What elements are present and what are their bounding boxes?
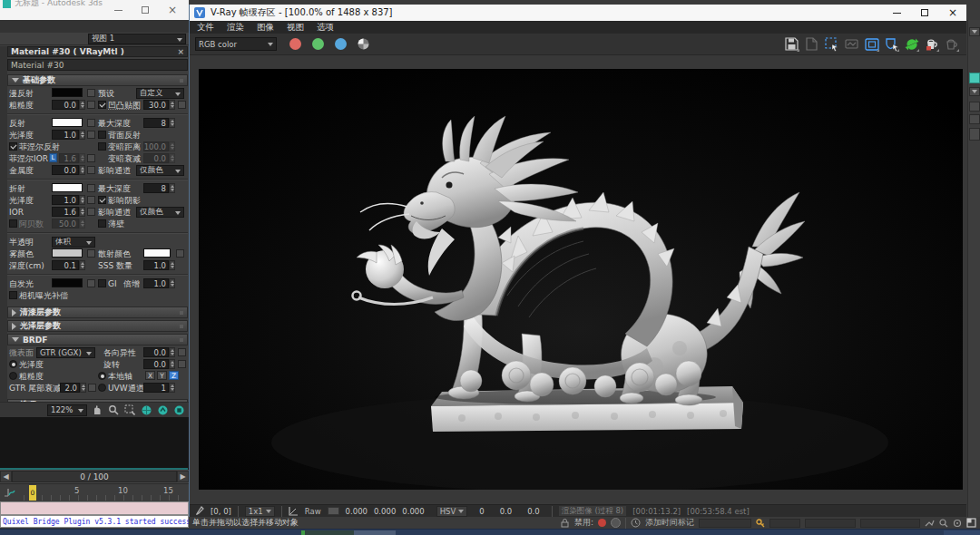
map-slot-button[interactable] [88,384,96,392]
affect-channels-dropdown[interactable]: 仅颜色 [136,207,184,218]
show-grid-icon[interactable] [140,404,152,416]
proportion-guides-icon[interactable] [864,36,879,52]
object-color-swatch[interactable] [969,73,980,83]
map-slot-button[interactable] [87,154,95,162]
material-name-field[interactable]: Material #30 [7,59,188,71]
ipr-debug-shade-icon[interactable] [884,36,899,52]
spinner[interactable] [80,383,86,393]
save-image-icon[interactable] [784,36,799,52]
diffuse-color-swatch[interactable] [52,88,83,97]
spinner[interactable] [169,359,175,369]
fresnel-checkbox[interactable] [9,142,17,151]
map-slot-button[interactable] [176,249,184,258]
time-tag-icon[interactable] [631,518,641,528]
roughness-field[interactable]: 0.0 [52,100,79,110]
spinner[interactable] [79,207,85,217]
axis-x-button[interactable]: X [145,371,155,380]
spinner[interactable] [169,383,175,393]
taskbar-app-hover[interactable] [354,530,396,535]
region-render-icon[interactable] [824,36,839,52]
spinner[interactable] [169,260,175,270]
spinner[interactable] [169,183,175,193]
map-slot-button[interactable] [178,101,186,109]
anisotropy-field[interactable]: 0.0 [143,347,169,357]
spinner[interactable] [169,141,175,151]
fresnel-ior-lock-button[interactable]: L [49,153,57,162]
vfb-titlebar[interactable]: V-Ray 帧缓存区 - [100.0% of 1488 x 837] × [190,5,966,21]
taskbar-tray[interactable] [944,530,980,535]
maximize-button[interactable] [134,3,156,17]
rotation-field[interactable]: 0.0 [143,359,169,369]
time-slider-frame[interactable]: 0 / 100 [12,471,177,482]
record-dot-icon[interactable] [598,519,606,527]
map-slot-button[interactable] [87,119,95,127]
interactive-render-icon[interactable] [904,36,919,52]
mini-curve-editor-icon[interactable] [4,487,18,500]
glossiness-field[interactable]: 1.0 [52,130,79,140]
maxscript-listener-macro-line[interactable] [0,501,189,515]
scatter-color-swatch[interactable] [143,248,171,258]
microfacet-dropdown[interactable]: GTR (GGX) [36,347,95,358]
zoom-level-dropdown[interactable]: 122% [47,404,87,416]
zoom-region-icon[interactable] [123,404,136,416]
track-bar[interactable]: 5 10 15 0 [0,483,189,501]
pixel-ratio-dropdown[interactable]: 1x1 [245,506,275,517]
refr-glossiness-field[interactable]: 1.0 [52,195,79,205]
view-tab-dropdown[interactable]: 视图 1 [88,34,186,44]
gtr-tail-field[interactable]: 2.0 [60,383,80,393]
max-depth-field[interactable]: 8 [143,118,169,128]
map-slot-button[interactable] [87,101,95,109]
affect-channels-dropdown[interactable]: 仅颜色 [136,165,184,176]
panel-button[interactable] [969,102,980,112]
translucency-dropdown[interactable]: 体积 [52,237,95,248]
isolate-toggle-icon[interactable] [611,518,621,528]
map-slot-button[interactable] [87,249,95,258]
backside-checkbox[interactable] [98,131,106,139]
monochrome-icon[interactable] [358,38,369,50]
red-channel-icon[interactable] [289,38,301,50]
vfb-canvas[interactable] [190,55,967,509]
uvw-channel-field[interactable]: 1 [143,383,169,393]
pan-view-icon[interactable] [925,519,935,528]
map-slot-button[interactable] [87,208,95,216]
next-frame-button[interactable]: ▶ [177,471,189,482]
rollout-sheen[interactable]: 光泽层参数 [7,320,188,332]
map-slot-button[interactable] [178,348,186,356]
fresnel-ior-field[interactable]: 1.6 [59,153,79,163]
axis-z-button[interactable]: Z [169,371,179,380]
spinner[interactable] [79,195,85,205]
rollout-brdf[interactable]: BRDF [7,334,188,345]
pan-hand-icon[interactable] [91,404,103,416]
reflect-color-swatch[interactable] [52,118,83,127]
map-slot-button[interactable] [87,279,95,287]
zoom-view-icon[interactable] [939,519,948,528]
preset-dropdown[interactable]: 自定义 [136,88,184,99]
minimize-button[interactable] [107,3,129,17]
spinner[interactable] [79,100,85,110]
camera-compensation-checkbox[interactable] [9,291,17,299]
dropdown-button[interactable] [969,27,980,36]
dim-distance-checkbox[interactable] [98,142,106,151]
key-icon[interactable] [756,519,765,528]
ior-field[interactable]: 1.6 [52,207,79,217]
map-slot-button[interactable] [87,166,95,174]
rollout-coat[interactable]: 清漆层参数 [7,306,188,318]
spinner[interactable] [169,278,175,288]
gi-checkbox[interactable] [98,279,106,287]
color-clamp-icon[interactable] [844,36,859,52]
local-axis-radio[interactable] [98,372,106,380]
orbit-view-icon[interactable] [953,519,962,528]
close-button[interactable]: × [162,3,183,17]
green-channel-icon[interactable] [312,38,324,50]
maxscript-listener-line[interactable]: Quixel Bridge Plugin v5.3.1 started succ… [0,515,189,528]
roughness-radio[interactable] [9,372,17,380]
map-slot-button[interactable] [87,184,95,192]
menu-file[interactable]: 文件 [197,22,214,34]
coordinate-field[interactable] [699,519,751,528]
taskbar-app-active[interactable] [305,530,354,535]
close-icon[interactable]: × [177,47,184,56]
map-slot-button[interactable] [178,360,186,368]
selection-lock-icon[interactable] [560,519,570,528]
key-filters-button[interactable] [860,519,920,528]
menu-image[interactable]: 图像 [257,22,274,34]
